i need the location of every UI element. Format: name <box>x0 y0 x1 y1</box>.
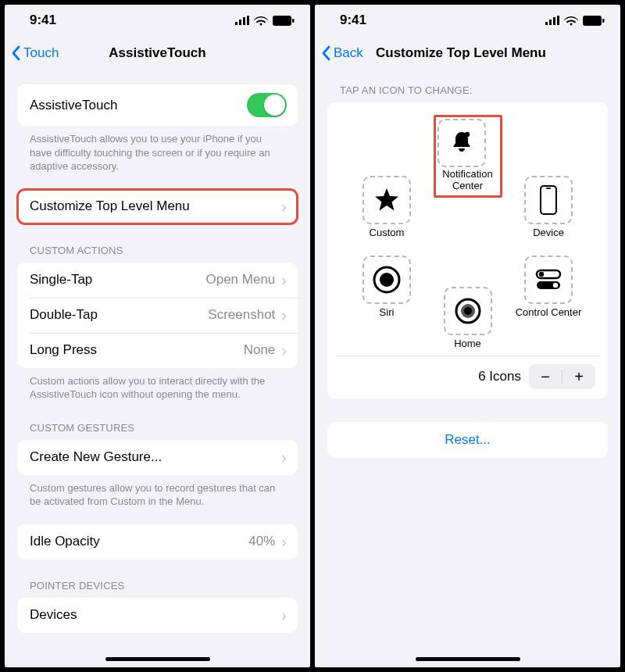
icon-grid: Notification Center Custom <box>335 115 600 349</box>
icon-count-stepper: − + <box>529 364 595 389</box>
status-time: 9:41 <box>30 13 56 28</box>
action-label: Double-Tap <box>30 307 208 323</box>
toggle-footer: AssistiveTouch allows you to use your iP… <box>5 126 310 173</box>
svg-rect-5 <box>292 19 295 23</box>
svg-rect-9 <box>557 16 559 25</box>
chevron-left-icon <box>11 45 20 61</box>
devices-row[interactable]: Devices › <box>17 598 298 633</box>
back-button[interactable]: Touch <box>11 45 59 61</box>
chevron-left-icon <box>321 45 330 61</box>
nav-bar: Touch AssistiveTouch <box>5 36 310 70</box>
svg-rect-11 <box>602 19 605 23</box>
wifi-icon <box>564 16 578 26</box>
toggles-icon <box>534 268 563 291</box>
icon-label: Control Center <box>514 307 583 319</box>
action-value: Screenshot <box>208 307 275 323</box>
tap-icon-header: TAP AN ICON TO CHANGE: <box>315 84 620 102</box>
star-icon <box>373 187 400 213</box>
svg-rect-10 <box>583 16 602 26</box>
double-tap-row[interactable]: Double-Tap Screenshot › <box>17 298 298 333</box>
action-value: Open Menu <box>205 272 275 288</box>
svg-rect-4 <box>273 16 291 26</box>
cellular-icon <box>545 16 559 25</box>
status-time: 9:41 <box>340 13 366 28</box>
chevron-right-icon: › <box>281 342 287 358</box>
actions-footer: Custom actions allow you to interact dir… <box>5 368 310 402</box>
icon-label: Home <box>434 338 502 350</box>
action-label: Long Press <box>30 342 244 358</box>
icon-label: Notification Center <box>438 169 498 192</box>
icon-count-label: 6 Icons <box>478 369 521 384</box>
cellular-icon <box>235 16 249 25</box>
chevron-right-icon: › <box>281 449 287 465</box>
svg-rect-8 <box>553 17 555 25</box>
custom-gestures-header: CUSTOM GESTURES <box>5 422 310 440</box>
action-value: None <box>244 342 276 358</box>
svg-point-23 <box>464 307 472 315</box>
svg-point-20 <box>553 283 558 288</box>
chevron-right-icon: › <box>281 307 287 323</box>
decrement-button[interactable]: − <box>529 364 562 389</box>
chevron-right-icon: › <box>281 198 287 214</box>
pointer-devices-header: POINTER DEVICES <box>5 580 310 598</box>
create-gesture-label: Create New Gesture... <box>30 449 281 465</box>
chevron-right-icon: › <box>281 534 287 549</box>
opacity-value: 40% <box>248 534 275 549</box>
battery-icon <box>583 16 605 26</box>
devices-label: Devices <box>30 607 281 623</box>
icon-count-row: 6 Icons − + <box>335 356 600 389</box>
svg-rect-13 <box>541 186 556 214</box>
back-label: Back <box>334 45 363 61</box>
single-tap-row[interactable]: Single-Tap Open Menu › <box>17 263 298 298</box>
toggle-switch[interactable] <box>247 93 287 117</box>
create-gesture-row[interactable]: Create New Gesture... › <box>17 440 298 475</box>
back-button[interactable]: Back <box>321 45 363 61</box>
icon-custom[interactable]: Custom <box>352 176 421 239</box>
customize-label: Customize Top Level Menu <box>30 198 281 214</box>
svg-rect-6 <box>545 22 548 25</box>
idle-opacity-row[interactable]: Idle Opacity 40% › <box>17 524 298 559</box>
wifi-icon <box>254 16 268 26</box>
customize-top-level-menu-screen: 9:41 Back Customize Top Level Menu TAP A… <box>315 5 620 667</box>
home-indicator <box>416 657 520 661</box>
nav-bar: Back Customize Top Level Menu <box>315 36 620 70</box>
back-label: Touch <box>23 45 59 61</box>
icon-device[interactable]: Device <box>514 176 583 239</box>
svg-point-16 <box>380 273 394 287</box>
svg-rect-2 <box>243 17 245 25</box>
icon-label: Device <box>514 227 583 239</box>
status-icons <box>235 16 295 26</box>
status-icons <box>545 16 605 26</box>
opacity-label: Idle Opacity <box>30 534 248 549</box>
assistivetouch-settings-screen: 9:41 Touch AssistiveTouch AssistiveTouch <box>5 5 310 667</box>
increment-button[interactable]: + <box>562 364 595 389</box>
toggle-label: AssistiveTouch <box>30 98 247 113</box>
icon-label: Custom <box>352 227 421 239</box>
chevron-right-icon: › <box>281 272 287 288</box>
reset-button[interactable]: Reset... <box>327 422 608 458</box>
customize-top-level-menu-row[interactable]: Customize Top Level Menu › <box>17 189 298 224</box>
assistivetouch-toggle-row[interactable]: AssistiveTouch <box>17 84 298 126</box>
status-bar: 9:41 <box>5 5 310 36</box>
gestures-footer: Custom gestures allow you to record gest… <box>5 475 310 509</box>
battery-icon <box>273 16 295 26</box>
svg-rect-3 <box>247 16 249 25</box>
icon-label: Siri <box>352 307 421 319</box>
svg-rect-0 <box>235 22 238 25</box>
phone-icon <box>539 184 558 216</box>
icon-control-center[interactable]: Control Center <box>514 256 583 319</box>
svg-rect-1 <box>239 20 241 25</box>
reset-label: Reset... <box>445 432 491 447</box>
bell-icon <box>448 129 476 157</box>
icon-home[interactable]: Home <box>434 287 502 350</box>
icon-notification-center[interactable]: Notification Center <box>434 115 502 198</box>
custom-actions-header: CUSTOM ACTIONS <box>5 245 310 263</box>
action-label: Single-Tap <box>30 272 205 288</box>
status-bar: 9:41 <box>315 5 620 36</box>
long-press-row[interactable]: Long Press None › <box>17 333 298 368</box>
svg-point-18 <box>539 272 544 277</box>
svg-rect-7 <box>549 20 552 25</box>
chevron-right-icon: › <box>281 607 287 623</box>
siri-icon <box>372 265 402 295</box>
icon-siri[interactable]: Siri <box>352 256 421 319</box>
